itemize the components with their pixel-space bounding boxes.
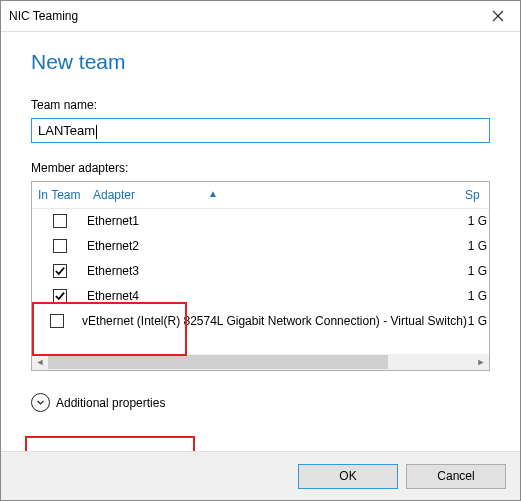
column-speed[interactable]: Sp [465,188,489,202]
table-row[interactable]: vEthernet (Intel(R) 82574L Gigabit Netwo… [32,308,489,333]
checkbox[interactable] [53,289,67,303]
chevron-down-icon [31,393,50,412]
table-row[interactable]: Ethernet2 1 G [32,233,489,258]
adapter-name: Ethernet4 [87,289,465,303]
sort-ascending-icon: ▲ [208,188,218,199]
additional-properties-label: Additional properties [56,396,165,410]
checkbox[interactable] [50,314,64,328]
dialog-window: NIC Teaming New team Team name: LANTeam … [0,0,521,501]
team-name-label: Team name: [31,98,490,112]
column-adapter[interactable]: Adapter ▲ [93,188,465,202]
column-adapter-label: Adapter [93,188,135,202]
dialog-footer: OK Cancel [1,451,520,500]
adapter-name: vEthernet (Intel(R) 82574L Gigabit Netwo… [82,314,467,328]
adapter-name: Ethernet2 [87,239,465,253]
adapter-speed: 1 G [465,289,489,303]
table-row[interactable]: Ethernet1 1 G [32,208,489,233]
adapter-speed: 1 G [467,314,489,328]
adapter-speed: 1 G [465,239,489,253]
member-adapters-label: Member adapters: [31,161,490,175]
scroll-thumb[interactable] [48,355,388,369]
titlebar: NIC Teaming [1,1,520,32]
close-button[interactable] [475,1,520,31]
cancel-button[interactable]: Cancel [406,464,506,489]
text-caret [96,125,97,139]
table-row[interactable]: Ethernet4 1 G [32,283,489,308]
horizontal-scrollbar[interactable]: ◄ ► [32,354,489,370]
additional-properties-toggle[interactable]: Additional properties [31,393,490,412]
close-icon [492,10,504,22]
adapter-name: Ethernet1 [87,214,465,228]
team-name-value: LANTeam [38,123,95,138]
grid-body: Ethernet1 1 G Ethernet2 1 G Ethernet3 1 … [32,208,489,354]
dialog-body: New team Team name: LANTeam Member adapt… [1,32,520,451]
checkbox[interactable] [53,264,67,278]
window-title: NIC Teaming [9,9,78,23]
scroll-right-icon[interactable]: ► [473,354,489,370]
scroll-track[interactable] [48,354,473,370]
grid-header: In Team Adapter ▲ Sp [32,182,489,209]
adapter-name: Ethernet3 [87,264,465,278]
team-name-input[interactable]: LANTeam [31,118,490,143]
member-adapters-grid: In Team Adapter ▲ Sp Ethernet1 1 G Ether… [31,181,490,371]
column-in-team[interactable]: In Team [32,188,93,202]
annotation-highlight-additional [25,436,195,451]
adapter-speed: 1 G [465,264,489,278]
page-title: New team [31,50,490,74]
checkbox[interactable] [53,214,67,228]
adapter-speed: 1 G [465,214,489,228]
checkbox[interactable] [53,239,67,253]
table-row[interactable]: Ethernet3 1 G [32,258,489,283]
ok-button[interactable]: OK [298,464,398,489]
scroll-left-icon[interactable]: ◄ [32,354,48,370]
